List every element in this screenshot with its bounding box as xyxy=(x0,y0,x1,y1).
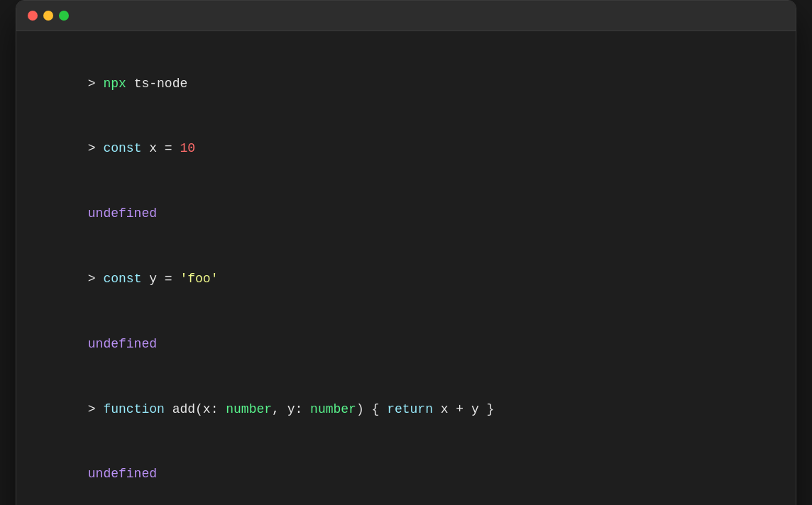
line-1: > npx ts-node xyxy=(42,51,770,116)
line-4: > const y = 'foo' xyxy=(42,246,770,311)
close-button[interactable] xyxy=(28,11,38,21)
maximize-button[interactable] xyxy=(59,11,69,21)
minimize-button[interactable] xyxy=(43,11,53,21)
line-6: > function add(x: number, y: number) { r… xyxy=(42,377,770,442)
line-7: undefined xyxy=(42,442,770,505)
terminal-titlebar xyxy=(16,1,796,31)
line-5: undefined xyxy=(42,311,770,377)
line-3: undefined xyxy=(42,182,770,247)
terminal-window: > npx ts-node > const x = 10 undefined >… xyxy=(16,0,796,505)
line-2: > const x = 10 xyxy=(42,116,770,182)
terminal-body: > npx ts-node > const x = 10 undefined >… xyxy=(16,31,796,505)
